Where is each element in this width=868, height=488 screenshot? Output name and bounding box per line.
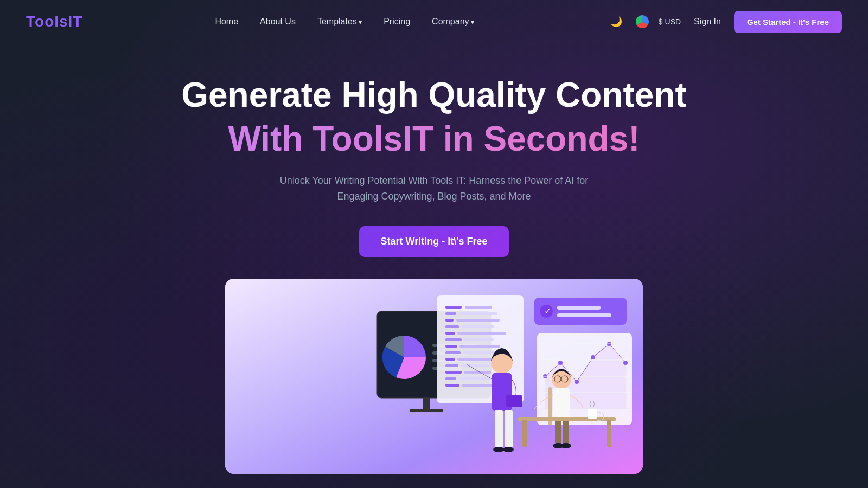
svg-rect-32 <box>445 377 456 380</box>
hero-subtext: Unlock Your Writing Potential With Tools… <box>271 173 597 204</box>
svg-point-43 <box>558 361 563 365</box>
svg-rect-25 <box>463 351 498 354</box>
svg-point-58 <box>493 447 504 452</box>
nav-templates[interactable]: Templates <box>309 12 371 30</box>
hero-illustration-container: ✓ <box>225 279 643 474</box>
currency-selector[interactable]: $ USD <box>659 17 681 26</box>
svg-rect-20 <box>445 338 462 341</box>
logo[interactable]: ToolsIT <box>26 13 82 30</box>
svg-rect-2 <box>423 397 430 410</box>
nav-about[interactable]: About Us <box>251 12 304 30</box>
svg-rect-80 <box>588 409 597 419</box>
svg-rect-24 <box>445 351 461 354</box>
hero-section: Generate High Quality Content With Tools… <box>0 43 868 488</box>
svg-point-59 <box>503 447 514 452</box>
svg-rect-35 <box>462 384 494 387</box>
svg-rect-40 <box>557 313 611 317</box>
svg-rect-12 <box>445 312 456 315</box>
svg-rect-19 <box>457 332 506 335</box>
svg-rect-14 <box>445 319 454 322</box>
svg-rect-34 <box>445 384 459 387</box>
svg-rect-57 <box>505 410 513 448</box>
svg-rect-26 <box>445 358 455 361</box>
svg-rect-18 <box>445 332 455 335</box>
dark-mode-toggle[interactable]: 🌙 <box>607 12 626 31</box>
svg-rect-10 <box>445 306 462 309</box>
globe-icon <box>636 15 649 28</box>
hero-heading-2: With ToolsIT in Seconds! <box>11 118 857 160</box>
svg-text:✓: ✓ <box>544 306 551 316</box>
get-started-button[interactable]: Get Started - It's Free <box>734 11 842 33</box>
svg-rect-15 <box>456 319 500 322</box>
nav-company[interactable]: Company <box>423 12 483 30</box>
start-writing-button[interactable]: Start Writing - It\'s Free <box>359 226 509 257</box>
svg-rect-13 <box>459 312 497 315</box>
svg-rect-21 <box>464 338 494 341</box>
svg-rect-22 <box>445 345 457 348</box>
svg-rect-56 <box>495 410 503 448</box>
svg-rect-39 <box>557 306 601 310</box>
svg-point-44 <box>575 380 579 384</box>
nav-right: 🌙 $ USD Sign In Get Started - It's Free <box>607 11 842 33</box>
hero-illustration-svg: ✓ <box>225 279 643 474</box>
currency-label: $ USD <box>659 17 681 26</box>
svg-point-47 <box>623 361 628 365</box>
language-toggle[interactable] <box>633 12 652 31</box>
svg-rect-3 <box>410 409 443 412</box>
svg-rect-31 <box>464 371 491 374</box>
svg-rect-71 <box>522 420 527 447</box>
hero-heading-1: Generate High Quality Content <box>11 76 857 114</box>
svg-rect-11 <box>465 306 492 309</box>
svg-point-69 <box>560 443 571 448</box>
nav-pricing[interactable]: Pricing <box>375 12 419 30</box>
svg-rect-64 <box>553 388 570 418</box>
nav-home[interactable]: Home <box>206 12 247 30</box>
svg-rect-17 <box>462 325 494 328</box>
svg-rect-72 <box>607 420 611 447</box>
navbar: ToolsIT Home About Us Templates Pricing … <box>0 0 868 43</box>
svg-rect-16 <box>445 325 459 328</box>
svg-rect-28 <box>445 364 458 367</box>
nav-links: Home About Us Templates Pricing Company <box>206 17 483 27</box>
svg-point-45 <box>591 355 595 359</box>
svg-rect-70 <box>518 417 616 421</box>
svg-rect-30 <box>445 371 462 374</box>
svg-rect-55 <box>506 395 522 407</box>
sign-in-button[interactable]: Sign In <box>687 12 727 31</box>
svg-rect-23 <box>459 345 500 348</box>
moon-icon: 🌙 <box>610 16 622 28</box>
